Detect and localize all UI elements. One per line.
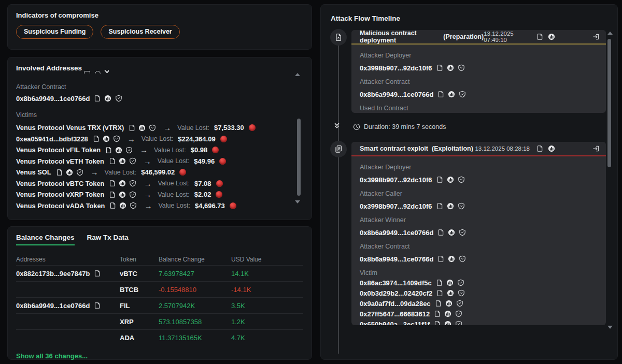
copy-icon[interactable]: [92, 135, 100, 142]
copy-icon[interactable]: [436, 176, 443, 183]
row-address: 0x882c173b...9ee7847b: [16, 270, 90, 278]
show-all-changes-link[interactable]: Show all 36 changes...: [16, 352, 303, 360]
copy-icon[interactable]: [105, 147, 112, 154]
copy-icon[interactable]: [128, 124, 135, 132]
explorer-icon[interactable]: [447, 202, 454, 210]
copy-icon[interactable]: [437, 255, 444, 263]
copy-icon[interactable]: [436, 64, 443, 71]
scrollbar-thumb[interactable]: [607, 39, 611, 167]
duration-text: Duration: 39 mins 7 seconds: [364, 123, 446, 130]
explorer-icon[interactable]: [446, 279, 454, 286]
explorer-icon[interactable]: [448, 91, 455, 98]
field-label: Attacker Deployer: [360, 163, 598, 172]
table-row: XRP 573.10857358 1.2K: [16, 313, 303, 329]
explorer-icon[interactable]: [119, 180, 126, 187]
event-card-header: Malicious contract deployment (Preparati…: [351, 30, 606, 45]
copy-icon[interactable]: [437, 91, 444, 98]
copy-icon[interactable]: [433, 321, 441, 325]
scan-shield-icon[interactable]: [458, 176, 465, 183]
scroll-down-arrow[interactable]: [295, 200, 300, 203]
copy-icon[interactable]: [93, 270, 101, 277]
alert-badge-icon: [220, 136, 227, 142]
scan-shield-icon[interactable]: [76, 169, 83, 176]
copy-icon[interactable]: [434, 300, 442, 307]
scan-shield-icon[interactable]: [456, 300, 463, 307]
explorer-icon[interactable]: [448, 229, 455, 236]
scan-shield-icon[interactable]: [113, 135, 120, 142]
explorer-icon[interactable]: [103, 135, 110, 142]
explorer-icon[interactable]: [444, 310, 451, 317]
event-card-body: Attacker Deployer 0x3998b907...92dc10f6 …: [351, 156, 606, 325]
scan-shield-icon[interactable]: [458, 202, 465, 210]
explorer-icon[interactable]: [104, 95, 111, 102]
event-card-preparation: Malicious contract deployment (Preparati…: [351, 30, 606, 113]
scan-shield-icon[interactable]: [455, 310, 462, 317]
alert-badge-icon: [212, 147, 219, 153]
scroll-up-arrow[interactable]: [607, 32, 613, 35]
victim-row: 0xea05941d...bdbf3228 → Value Lost: $224…: [16, 134, 303, 145]
scan-shield-icon[interactable]: [129, 191, 136, 198]
value-lost-label: Value Lost:: [158, 157, 190, 165]
explorer-icon[interactable]: [447, 289, 454, 297]
copy-icon[interactable]: [435, 279, 443, 286]
scan-shield-icon[interactable]: [129, 180, 136, 187]
scan-shield-icon[interactable]: [130, 202, 137, 209]
tab-balance-changes[interactable]: Balance Changes: [16, 234, 75, 245]
address-value: 0x3998b907...92dc10f6: [360, 176, 432, 184]
copy-icon[interactable]: [93, 302, 101, 309]
open-external-icon[interactable]: [592, 33, 600, 40]
explorer-icon[interactable]: [444, 321, 451, 325]
scan-shield-icon[interactable]: [458, 289, 465, 297]
tag-suspicious-funding[interactable]: Suspicious Funding: [16, 25, 93, 39]
copy-icon[interactable]: [436, 289, 443, 297]
address-row: 0x3998b907...92dc10f6: [360, 63, 598, 73]
explorer-icon[interactable]: [447, 176, 454, 183]
tab-raw-tx-data[interactable]: Raw Tx Data: [87, 234, 129, 245]
copy-icon[interactable]: [108, 157, 116, 165]
explorer-icon[interactable]: [119, 202, 126, 209]
copy-icon[interactable]: [108, 180, 116, 187]
row-change: 2.5707942K: [159, 302, 231, 310]
explorer-icon[interactable]: [445, 300, 453, 307]
scan-shield-icon[interactable]: [115, 95, 122, 102]
scan-shield-icon[interactable]: [125, 147, 133, 154]
scrollbar-thumb[interactable]: [297, 119, 301, 196]
scroll-up-arrow[interactable]: [295, 73, 300, 76]
explorer-icon[interactable]: [119, 157, 126, 165]
col-token: Token: [120, 256, 159, 263]
copy-icon[interactable]: [437, 229, 444, 236]
scan-shield-icon[interactable]: [129, 157, 136, 165]
scan-shield-icon[interactable]: [458, 64, 465, 71]
explorer-icon[interactable]: [448, 255, 455, 263]
copy-icon[interactable]: [108, 191, 116, 198]
victim-row: Venus Protocol vETH Token → Value Lost: …: [16, 156, 303, 167]
tag-suspicious-receiver[interactable]: Suspicious Receiver: [101, 25, 179, 39]
row-usd: 4.7K: [231, 334, 303, 342]
explorer-icon[interactable]: [66, 169, 73, 176]
copy-icon[interactable]: [55, 169, 63, 176]
explorer-icon[interactable]: [548, 33, 555, 40]
scan-shield-icon[interactable]: [459, 255, 466, 263]
copy-icon: [84, 71, 90, 74]
chevron-down-icon: [105, 70, 109, 73]
explorer-icon[interactable]: [138, 124, 146, 132]
open-external-icon[interactable]: [592, 145, 600, 152]
explorer-icon[interactable]: [447, 64, 454, 71]
arrow-icon: →: [144, 157, 151, 166]
scroll-down-arrow[interactable]: [607, 326, 613, 329]
copy-icon[interactable]: [536, 145, 543, 152]
copy-icon[interactable]: [93, 95, 101, 102]
copy-icon[interactable]: [536, 33, 543, 40]
scan-shield-icon[interactable]: [457, 279, 464, 286]
copy-icon[interactable]: [436, 202, 443, 210]
scan-shield-icon[interactable]: [459, 91, 466, 98]
explorer-icon[interactable]: [548, 145, 555, 152]
copy-icon[interactable]: [109, 202, 116, 209]
scan-shield-icon[interactable]: [149, 124, 156, 132]
explorer-icon[interactable]: [115, 147, 122, 154]
victim-name: Venus Protocol vADA Token: [16, 202, 105, 210]
scan-shield-icon[interactable]: [455, 321, 462, 325]
copy-icon[interactable]: [433, 310, 441, 317]
scan-shield-icon[interactable]: [459, 229, 466, 236]
explorer-icon[interactable]: [119, 191, 126, 198]
